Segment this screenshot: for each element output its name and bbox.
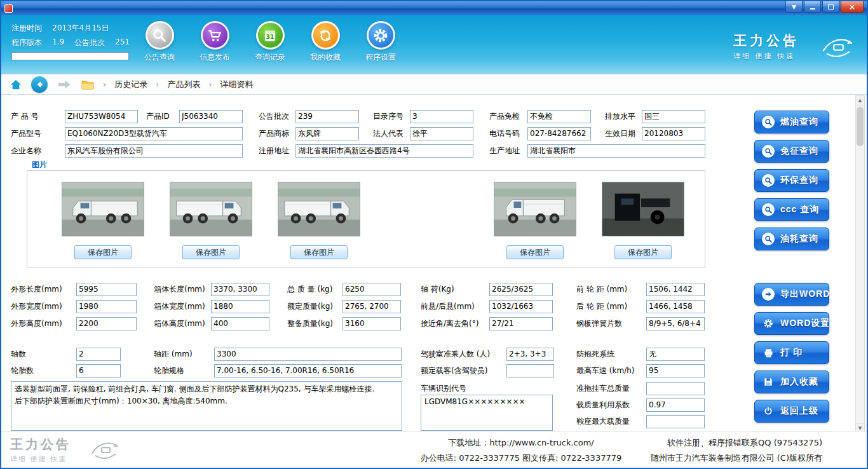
brand-input[interactable] [295, 127, 359, 140]
toolbar-my-favorites[interactable]: 我的收藏 [302, 21, 349, 63]
field-product-id: 产品ID [146, 109, 243, 123]
toolbar-program-settings[interactable]: 程序设置 [357, 21, 404, 63]
save-image-button-5[interactable]: 保存图片 [614, 245, 672, 259]
search-icon [762, 233, 775, 245]
company-name-input[interactable] [65, 144, 243, 158]
folder-button[interactable] [81, 79, 95, 90]
cab-seats-input[interactable] [506, 348, 554, 361]
minimize-button[interactable] [804, 1, 821, 13]
inspection-exempt-input[interactable] [527, 110, 591, 123]
phone-label: 电话号码 [489, 128, 527, 139]
minimize-icon [810, 8, 815, 10]
rear-track-input[interactable] [646, 300, 705, 313]
tire-count-input[interactable] [76, 364, 121, 377]
save-image-button-1[interactable]: 保存图片 [74, 245, 132, 259]
box-length-input[interactable] [211, 283, 269, 296]
save-image-button-4[interactable]: 保存图片 [506, 245, 564, 259]
width-input[interactable] [76, 300, 137, 313]
print-button[interactable]: 打 印 [754, 341, 829, 364]
vin-textarea[interactable]: LGDVM81G××××××××× [421, 395, 553, 431]
axle-count-input[interactable] [76, 348, 121, 361]
vertical-scrollbar[interactable]: ▲ ▼ [855, 95, 865, 433]
footer-legal: 软件注册、程序报错联系QQ (97543275) 随州市王力汽车装备制造有限公司… [651, 435, 822, 466]
prod-address-input[interactable] [527, 144, 705, 158]
consumption-query-button[interactable]: 油耗查询 [754, 228, 829, 250]
save-image-button-3[interactable]: 保存图片 [290, 245, 348, 259]
ccc-query-button[interactable]: ccc 查询 [754, 198, 829, 221]
trailer-mass-input[interactable] [646, 382, 705, 395]
field-curb-mass: 整备质量(kg) [287, 316, 401, 330]
close-button[interactable]: × [841, 1, 864, 13]
box-width-input[interactable] [211, 300, 269, 313]
rated-passengers-input[interactable] [506, 364, 554, 377]
catalog-no-input[interactable] [410, 110, 473, 123]
home-button[interactable] [9, 78, 23, 92]
product-no-input[interactable] [65, 110, 138, 123]
exempt-query-button[interactable]: 免征查询 [754, 140, 829, 163]
saddle-mass-input[interactable] [646, 415, 705, 428]
save-image-button-2[interactable]: 保存图片 [182, 245, 240, 259]
reg-time-value: 2013年4月15日 [52, 23, 109, 34]
env-query-button[interactable]: 环保查询 [754, 169, 829, 192]
window-menu-button[interactable]: ▼ [785, 1, 803, 13]
brand-label: 产品商标 [259, 128, 295, 139]
legal-rep-input[interactable] [410, 127, 473, 140]
breadcrumb-history[interactable]: 历史记录 [114, 79, 147, 90]
length-input[interactable] [76, 283, 137, 296]
add-favorite-button[interactable]: 加入收藏 [754, 370, 829, 393]
support-qq: 软件注册、程序报错联系QQ (97543275) [651, 435, 822, 451]
print-label: 打 印 [780, 347, 803, 358]
effective-date-input[interactable] [642, 127, 705, 140]
forward-button[interactable] [56, 79, 72, 90]
front-track-input[interactable] [646, 283, 705, 296]
axle-load-input[interactable] [489, 283, 553, 296]
fuel-query-button[interactable]: 燃油查询 [754, 111, 829, 133]
max-speed-input[interactable] [646, 364, 705, 377]
folder-icon [81, 79, 95, 90]
notice-batch-input[interactable] [295, 110, 359, 123]
footer-brand-glyph-icon [89, 434, 122, 465]
phone-input[interactable] [527, 127, 591, 140]
axle-count-label: 轴数 [11, 349, 76, 360]
toolbar-announcement-query[interactable]: 公告查询 [136, 21, 183, 63]
product-model-input[interactable] [65, 127, 243, 140]
prod-address-label: 生产地址 [489, 146, 527, 156]
emission-level-input[interactable] [642, 110, 705, 123]
scrollbar-thumb[interactable] [857, 107, 864, 146]
toolbar-label: 公告查询 [136, 52, 183, 63]
word-settings-button[interactable]: WORD设置 [754, 312, 829, 335]
back-to-parent-button[interactable]: 返回上级 [754, 400, 829, 423]
back-button[interactable] [31, 76, 48, 93]
curb-mass-input[interactable] [342, 317, 401, 330]
total-mass-input[interactable] [342, 283, 401, 296]
brand-title: 王力公告 [733, 32, 799, 50]
reg-address-input[interactable] [295, 144, 473, 158]
export-word-button[interactable]: 导出WORD [754, 283, 829, 306]
springs-input[interactable] [646, 317, 705, 330]
field-axle-count: 轴数 [11, 347, 121, 361]
arrow-left-icon [34, 79, 44, 90]
product-id-input[interactable] [179, 110, 243, 123]
toolbar-info-publish[interactable]: 信息发布 [191, 21, 238, 63]
wheelbase-input[interactable] [214, 348, 402, 361]
height-input[interactable] [76, 317, 137, 330]
field-tire-spec: 轮胎规格 [154, 364, 402, 377]
angles-input[interactable] [489, 317, 553, 330]
field-front-track: 前 轮 距 (mm) [576, 282, 705, 296]
toolbar-query-records[interactable]: 31 查询记录 [247, 21, 294, 63]
license-info: 注册时间 2013年4月15日 程序版本 1.9 公告批次 251 [11, 23, 130, 60]
box-height-input[interactable] [211, 317, 269, 330]
maximize-button[interactable] [822, 1, 839, 13]
abs-system-input[interactable] [646, 348, 705, 361]
overhang-input[interactable] [489, 300, 553, 313]
config-notes-textarea[interactable]: 选装新型前面罩, 前保险杠, 前组合灯具, 车门窗. 侧面及后下部防护装置材料为… [11, 381, 402, 431]
load-ratio-input[interactable] [646, 398, 705, 412]
breadcrumb-product-list[interactable]: 产品列表 [167, 79, 200, 90]
rated-mass-input[interactable] [342, 300, 401, 313]
scroll-up-arrow[interactable]: ▲ [856, 96, 864, 105]
reg-time-label: 注册时间 [11, 23, 42, 34]
breadcrumb-detail[interactable]: 详细资料 [220, 79, 254, 90]
download-url: 下载地址：http://www.cn-truck.com/ [413, 435, 629, 451]
tire-spec-input[interactable] [214, 364, 402, 377]
product-no-label: 产 品 号 [11, 111, 65, 122]
